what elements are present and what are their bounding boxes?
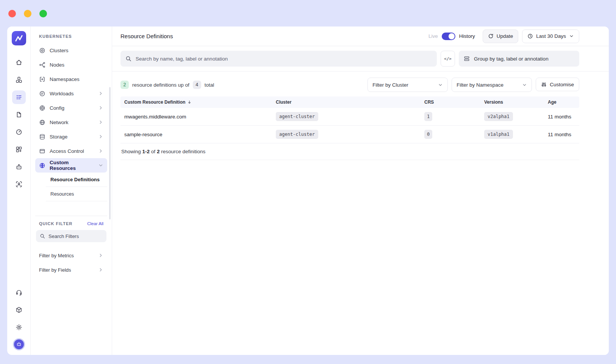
sidebar-item-workloads[interactable]: Workloads — [35, 86, 107, 101]
filter-by-metrics-row[interactable]: Filter by Metrics — [35, 248, 107, 263]
search-icon — [40, 233, 45, 239]
filter-by-cluster-select[interactable]: Filter by Cluster — [367, 78, 448, 92]
sliders-icon — [541, 82, 547, 87]
rail-home-button[interactable] — [12, 56, 26, 69]
column-header-label: Cluster — [276, 100, 291, 105]
chevron-down-icon — [569, 34, 574, 39]
time-range-dropdown[interactable]: Last 30 Days — [522, 30, 579, 43]
update-button[interactable]: Update — [483, 30, 519, 43]
sort-descending-icon[interactable] — [187, 100, 192, 104]
filter-search-input[interactable] — [48, 233, 98, 239]
main-search-box[interactable] — [120, 51, 437, 67]
chevron-down-icon — [522, 82, 527, 87]
footer-total: 2 — [157, 149, 160, 154]
sidebar-item-nodes[interactable]: Nodes — [35, 58, 107, 72]
column-header-age[interactable]: Age — [548, 100, 575, 105]
filter-row-label: Filter by Fields — [39, 267, 71, 273]
footer-showing: Showing — [121, 149, 141, 154]
headset-icon — [16, 289, 22, 296]
chevron-right-icon — [98, 91, 103, 96]
history-label: History — [459, 33, 475, 39]
database-icon — [39, 134, 45, 140]
sidebar-subitem-resource-definitions[interactable]: Resource Definitions — [46, 173, 107, 187]
filter-row-label: Filter by Metrics — [39, 253, 74, 258]
rail-dashboards-button[interactable] — [12, 143, 26, 156]
filter-by-fields-row[interactable]: Filter by Fields — [35, 263, 107, 277]
count-badge: 2 — [120, 81, 129, 89]
update-button-label: Update — [497, 33, 513, 39]
sidebar-subitem-label: Resource Definitions — [50, 177, 100, 182]
column-header-crs[interactable]: CRS — [424, 100, 484, 105]
filter-by-namespace-select[interactable]: Filter by Namespace — [452, 78, 532, 92]
rail-support-button[interactable] — [12, 286, 26, 299]
total-text: total — [205, 82, 214, 88]
column-header-name[interactable]: Custom Resource Definition — [124, 100, 276, 105]
crd-name: sample-resource — [124, 132, 163, 137]
refresh-icon — [488, 33, 494, 39]
nodes-icon — [39, 62, 45, 68]
user-avatar[interactable] — [13, 338, 25, 350]
column-header-cluster[interactable]: Cluster — [276, 100, 424, 105]
group-by-icon — [464, 56, 470, 62]
sidebar-item-label: Network — [50, 120, 69, 125]
rail-kubernetes-button[interactable] — [12, 90, 26, 104]
close-window-button[interactable] — [8, 10, 16, 17]
table-header-row: Custom Resource Definition Cluster CRS V… — [120, 96, 579, 108]
avatar-bot-icon — [16, 341, 22, 347]
clear-all-link[interactable]: Clear All — [87, 221, 103, 226]
rail-infrastructure-button[interactable] — [12, 73, 26, 87]
sidebar-item-config[interactable]: Config — [35, 101, 107, 115]
live-history-toggle[interactable] — [442, 33, 455, 40]
query-syntax-button[interactable]: </> — [441, 51, 455, 67]
page-title: Resource Definitions — [120, 33, 173, 39]
sidebar: KUBERNETES Clusters Nodes Namespaces Wor… — [31, 26, 112, 355]
sidebar-item-label: Clusters — [50, 48, 69, 53]
gear-icon — [16, 324, 22, 331]
minimize-window-button[interactable] — [24, 10, 31, 17]
rail-settings-button[interactable] — [12, 320, 26, 334]
column-header-label: Custom Resource Definition — [124, 100, 185, 105]
workloads-icon — [39, 90, 45, 97]
chevron-right-icon — [98, 267, 103, 272]
gauge-icon — [16, 129, 22, 135]
sidebar-item-access-control[interactable]: Access Control — [35, 144, 107, 158]
globe-grid-icon — [39, 162, 45, 169]
filter-by-cluster-label: Filter by Cluster — [372, 82, 408, 88]
column-header-versions[interactable]: Versions — [484, 100, 548, 105]
chevron-down-icon — [438, 82, 443, 87]
sidebar-item-clusters[interactable]: Clusters — [35, 43, 107, 58]
column-header-label: Age — [548, 100, 557, 105]
sidebar-item-label: Workloads — [50, 91, 74, 96]
sidebar-item-label: Config — [50, 105, 64, 111]
sidebar-item-network[interactable]: Network — [35, 115, 107, 129]
header-controls: Live History Update Last 30 Days — [428, 30, 579, 43]
filter-by-namespace-label: Filter by Namespace — [457, 82, 503, 88]
rail-releases-button[interactable] — [12, 303, 26, 317]
time-range-label: Last 30 Days — [536, 33, 566, 39]
crs-count-chip: 0 — [424, 130, 432, 139]
table-row[interactable]: mwagents.middleware.com agent-cluster 1 … — [120, 108, 579, 126]
maximize-window-button[interactable] — [39, 10, 47, 17]
rail-apm-button[interactable] — [12, 125, 26, 139]
rail-bot-button[interactable] — [12, 160, 26, 174]
summary-row: 2 resource definitions up of 4 total Fil… — [120, 78, 579, 92]
sidebar-item-custom-resources[interactable]: Custom Resources — [35, 158, 107, 173]
icon-rail — [7, 26, 31, 355]
sidebar-subitem-resources[interactable]: Resources — [46, 187, 107, 201]
app-logo[interactable] — [12, 31, 26, 45]
sidebar-scrollbar[interactable] — [109, 87, 111, 219]
filter-search-box[interactable] — [36, 230, 106, 242]
sidebar-item-namespaces[interactable]: Namespaces — [35, 72, 107, 86]
group-by-field[interactable]: Group by tag, label or annotation — [459, 51, 579, 67]
main-search-input[interactable] — [136, 56, 432, 62]
chevron-down-icon — [98, 163, 103, 168]
package-icon — [16, 306, 22, 313]
rail-logs-button[interactable] — [12, 108, 26, 121]
sidebar-item-storage[interactable]: Storage — [35, 129, 107, 144]
sidebar-subitem-label: Resources — [50, 191, 74, 197]
customise-button[interactable]: Customise — [536, 78, 579, 91]
cluster-chip: agent-cluster — [276, 130, 318, 139]
rail-rum-button[interactable] — [12, 177, 26, 191]
table-row[interactable]: sample-resource agent-cluster 0 v1alpha1… — [120, 126, 579, 143]
search-icon — [125, 56, 131, 62]
